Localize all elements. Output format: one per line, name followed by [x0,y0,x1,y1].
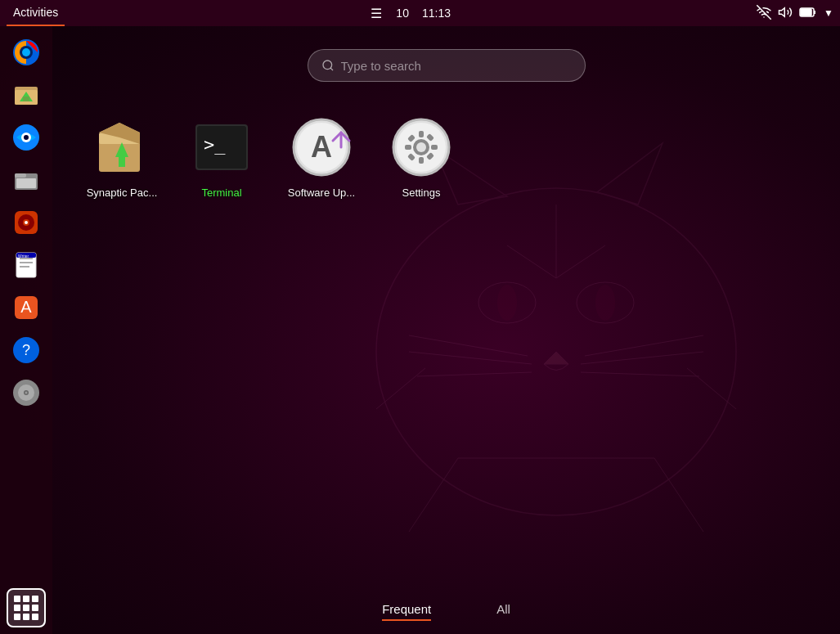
app-grid: Synaptic Pac... >_ Terminal A [52,115,840,199]
svg-text:>_: >_ [204,134,226,155]
settings-label: Settings [402,187,441,199]
search-icon [321,59,335,72]
appstore-icon: A [11,293,41,322]
settings-icon-wrap [389,115,454,180]
tab-frequent[interactable]: Frequent [382,602,431,621]
settings-icon [390,116,452,178]
svg-marker-23 [779,7,785,16]
svg-rect-78 [431,145,438,150]
clock: 11:13 [422,7,451,20]
svg-rect-25 [801,9,811,16]
firefox-icon [11,38,41,67]
svg-text:A: A [20,298,32,316]
svg-rect-32 [23,97,29,101]
updater-label: Software Up... [288,187,355,199]
main-content: Synaptic Pac... >_ Terminal A [52,26,840,634]
app-item-settings[interactable]: Settings [384,115,458,199]
svg-text:A: A [311,130,332,164]
menu-icon[interactable]: ☰ [371,6,383,21]
sidebar-item-files[interactable] [7,75,46,115]
app-item-updater[interactable]: A Software Up... [285,115,358,199]
sidebar: Writer A ? [0,26,52,634]
bottom-tabs: Frequent All [52,602,840,621]
volume-icon[interactable] [778,5,793,22]
svg-rect-75 [419,131,424,137]
svg-rect-76 [419,157,424,164]
app-item-terminal[interactable]: >_ Terminal [185,115,258,199]
svg-point-42 [25,221,28,224]
thunderbird-icon [11,123,41,152]
activities-button[interactable]: Activities [7,0,65,26]
battery-icon[interactable] [799,7,817,20]
terminal-icon: >_ [191,116,253,178]
terminal-label: Terminal [201,187,241,199]
updater-icon-wrap: A [289,115,354,180]
help-icon: ? [11,335,41,365]
show-applications-button[interactable] [7,588,46,627]
sidebar-item-thunderbird[interactable] [7,118,46,157]
synaptic-label: Synaptic Pac... [87,187,158,199]
system-menu-arrow[interactable]: ▼ [824,7,833,19]
sidebar-item-appstore[interactable]: A [7,288,46,327]
synaptic-icon [91,116,153,178]
dvd-icon [11,378,41,407]
synaptic-icon-wrap [89,115,155,180]
writer-icon: Writer [11,250,41,280]
sidebar-item-writer[interactable]: Writer [7,245,46,285]
apps-grid-icon [14,596,38,620]
sidebar-item-dvd[interactable] [7,373,46,412]
svg-text:Writer: Writer [18,254,29,259]
svg-text:?: ? [22,342,30,358]
sidebar-item-rhythmbox[interactable] [7,203,46,242]
svg-point-74 [416,142,426,152]
topbar-right: ▼ [757,5,833,22]
svg-line-58 [330,68,333,70]
files-icon [11,80,41,110]
nautilus-icon [11,165,41,195]
svg-point-57 [323,61,332,70]
svg-point-35 [24,135,29,140]
sidebar-item-nautilus[interactable] [7,160,46,200]
updater-icon: A [290,116,353,178]
sidebar-item-help[interactable]: ? [7,330,46,370]
sidebar-item-firefox[interactable] [7,33,46,72]
svg-rect-37 [15,173,26,178]
workspace-number: 10 [396,7,409,20]
tab-all[interactable]: All [496,602,510,621]
search-input[interactable] [341,59,572,73]
terminal-icon-wrap: >_ [189,115,254,180]
app-item-synaptic[interactable]: Synaptic Pac... [85,115,159,199]
svg-rect-77 [405,145,411,150]
svg-rect-38 [16,178,36,188]
svg-point-56 [25,392,28,394]
search-bar[interactable] [308,49,586,82]
topbar-center: ☰ 10 11:13 [65,6,757,21]
svg-rect-63 [119,157,125,167]
topbar: Activities ☰ 10 11:13 ▼ [0,0,840,26]
network-icon[interactable] [757,5,771,22]
rhythmbox-icon [11,208,41,237]
svg-point-28 [22,48,30,56]
